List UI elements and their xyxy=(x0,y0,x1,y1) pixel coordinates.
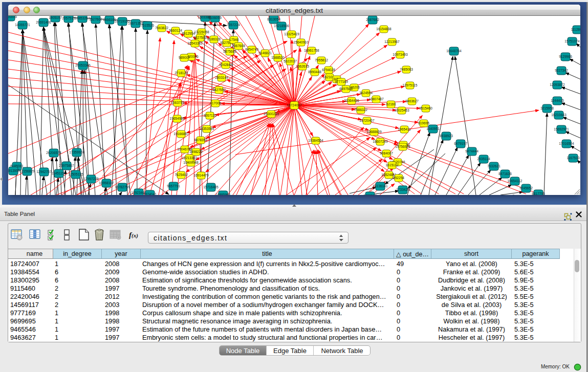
svg-text:13325419: 13325419 xyxy=(284,32,299,36)
svg-text:1167533: 1167533 xyxy=(567,156,580,160)
svg-text:12975115: 12975115 xyxy=(403,83,418,87)
svg-text:9327503: 9327503 xyxy=(193,36,207,39)
svg-text:5322037: 5322037 xyxy=(284,59,297,63)
svg-text:17359924: 17359924 xyxy=(69,150,84,154)
svg-text:2718126: 2718126 xyxy=(175,71,188,75)
svg-text:417006: 417006 xyxy=(210,101,221,105)
svg-text:8427552: 8427552 xyxy=(212,88,226,92)
svg-text:9777169: 9777169 xyxy=(335,80,348,83)
svg-text:16782759: 16782759 xyxy=(115,185,130,189)
svg-text:9515460: 9515460 xyxy=(419,106,432,110)
svg-text:19756928: 19756928 xyxy=(395,145,410,148)
svg-text:6466160: 6466160 xyxy=(103,18,116,21)
svg-text:7955812: 7955812 xyxy=(315,58,328,62)
svg-text:2935114: 2935114 xyxy=(477,157,490,161)
svg-text:7986322: 7986322 xyxy=(354,108,367,112)
svg-text:2803144: 2803144 xyxy=(215,76,228,79)
svg-text:17957225: 17957225 xyxy=(83,177,99,181)
svg-text:16154838: 16154838 xyxy=(376,27,391,31)
svg-text:8938923: 8938923 xyxy=(440,134,453,138)
svg-text:16648784: 16648784 xyxy=(446,49,462,53)
svg-text:10025453: 10025453 xyxy=(394,108,409,112)
svg-text:8471636: 8471636 xyxy=(498,172,512,176)
svg-text:10958107: 10958107 xyxy=(99,181,114,185)
svg-text:9245652: 9245652 xyxy=(519,186,533,190)
svg-text:7625402: 7625402 xyxy=(175,173,188,177)
svg-text:18607249: 18607249 xyxy=(373,140,388,143)
svg-text:9242848: 9242848 xyxy=(219,63,232,67)
svg-text:3913959: 3913959 xyxy=(8,169,20,172)
svg-text:7515526: 7515526 xyxy=(141,24,154,27)
svg-text:26206578: 26206578 xyxy=(46,151,61,155)
svg-text:19218506: 19218506 xyxy=(274,24,289,28)
svg-text:10654112: 10654112 xyxy=(508,179,522,183)
svg-text:1244415: 1244415 xyxy=(551,99,564,102)
svg-text:10853267: 10853267 xyxy=(75,16,90,20)
svg-text:819695: 819695 xyxy=(418,121,429,125)
svg-text:1112804: 1112804 xyxy=(571,28,580,31)
svg-text:14136141: 14136141 xyxy=(373,184,388,188)
svg-text:8313054: 8313054 xyxy=(267,17,280,21)
svg-text:11451154: 11451154 xyxy=(52,171,67,175)
svg-text:7632621: 7632621 xyxy=(487,164,500,168)
svg-text:8186328: 8186328 xyxy=(207,37,221,41)
svg-text:3624554: 3624554 xyxy=(359,91,373,95)
svg-text:18885901: 18885901 xyxy=(215,193,231,195)
svg-text:6497508: 6497508 xyxy=(339,87,353,91)
svg-text:7663822: 7663822 xyxy=(155,26,168,30)
svg-text:12093872: 12093872 xyxy=(550,83,565,86)
svg-text:9463627: 9463627 xyxy=(405,99,419,103)
svg-text:16210643: 16210643 xyxy=(551,113,567,117)
svg-text:3267110: 3267110 xyxy=(203,114,216,117)
svg-text:1733426: 1733426 xyxy=(396,188,409,191)
svg-text:8912954: 8912954 xyxy=(182,32,195,35)
svg-text:18724007: 18724007 xyxy=(287,103,302,107)
svg-text:16543382: 16543382 xyxy=(187,41,203,45)
svg-text:1362615: 1362615 xyxy=(296,64,309,68)
svg-text:3215958: 3215958 xyxy=(540,106,554,110)
svg-text:8990448: 8990448 xyxy=(308,70,321,74)
svg-text:15716485: 15716485 xyxy=(203,185,219,189)
svg-text:1640951: 1640951 xyxy=(426,127,440,130)
svg-text:12156829: 12156829 xyxy=(19,169,35,173)
svg-text:17016504: 17016504 xyxy=(559,142,574,145)
svg-text:9106055: 9106055 xyxy=(208,16,222,19)
svg-text:9100005: 9100005 xyxy=(8,16,17,18)
svg-text:11353594: 11353594 xyxy=(200,127,214,130)
svg-text:15720407: 15720407 xyxy=(359,119,375,122)
svg-text:15751074: 15751074 xyxy=(564,39,580,43)
svg-text:1588520: 1588520 xyxy=(271,56,285,59)
svg-text:6794028: 6794028 xyxy=(322,68,335,72)
svg-text:10973493: 10973493 xyxy=(393,53,408,56)
svg-text:252254: 252254 xyxy=(393,176,404,180)
svg-text:1615112: 1615112 xyxy=(385,163,399,167)
svg-text:9227342: 9227342 xyxy=(555,69,568,72)
svg-text:1239964: 1239964 xyxy=(363,194,377,195)
svg-text:25300233: 25300233 xyxy=(264,112,279,116)
svg-text:9084067: 9084067 xyxy=(380,151,393,155)
svg-text:23975867: 23975867 xyxy=(59,164,74,167)
svg-text:9129966: 9129966 xyxy=(559,55,572,58)
svg-text:1905197: 1905197 xyxy=(49,16,62,19)
svg-text:2057513: 2057513 xyxy=(62,16,75,20)
svg-text:20691406: 20691406 xyxy=(36,20,51,24)
svg-text:19654985: 19654985 xyxy=(169,117,185,120)
svg-text:9660124: 9660124 xyxy=(169,29,182,32)
svg-text:6479197: 6479197 xyxy=(454,142,467,145)
svg-text:16914479: 16914479 xyxy=(193,173,209,177)
svg-text:8454749: 8454749 xyxy=(245,48,258,51)
svg-text:7357224: 7357224 xyxy=(227,23,240,27)
svg-text:2087682: 2087682 xyxy=(366,18,379,21)
svg-text:3498222: 3498222 xyxy=(189,150,203,154)
svg-text:5875685: 5875685 xyxy=(223,50,236,53)
svg-text:10688609: 10688609 xyxy=(366,130,382,134)
svg-text:12942757: 12942757 xyxy=(36,170,52,173)
svg-text:7485063: 7485063 xyxy=(400,68,413,71)
svg-text:12213967: 12213967 xyxy=(384,40,400,43)
svg-text:9474444: 9474444 xyxy=(465,149,478,153)
svg-text:16961758: 16961758 xyxy=(304,49,319,52)
svg-text:2367608: 2367608 xyxy=(232,44,245,48)
svg-text:15692971: 15692971 xyxy=(554,127,569,131)
svg-text:989007: 989007 xyxy=(179,56,190,59)
svg-text:13226058: 13226058 xyxy=(194,30,209,34)
